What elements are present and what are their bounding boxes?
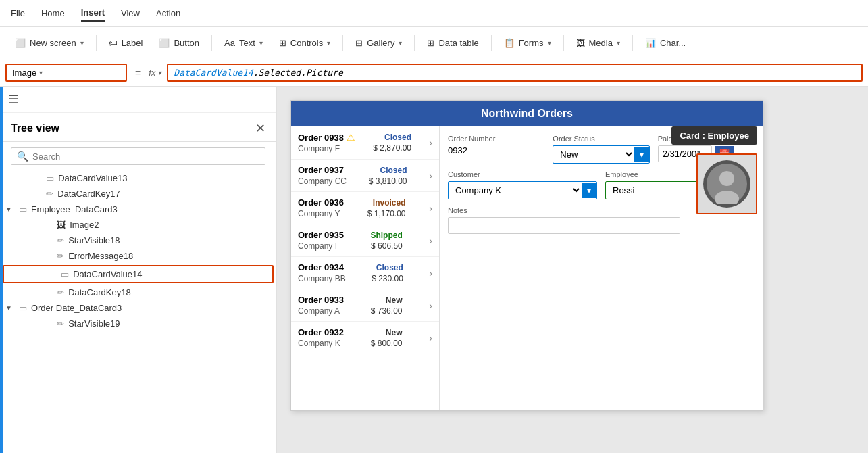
sidebar-header: Tree view ✕ [0,113,276,142]
search-input[interactable] [32,151,259,162]
sep2 [211,35,212,51]
order-item-0934[interactable]: Order 0934 Company BB Closed $ 230.00 › [291,257,439,289]
formula-bar: Image ▾ = fx ▾ DataCardValue14.Selected.… [0,59,868,87]
order-amount-0934: $ 230.00 [372,274,403,283]
tree-item-datacardkey17[interactable]: ✏ DataCardKey17 [0,186,276,201]
order-amount-0938: $ 2,870.00 [373,143,411,153]
tree-item-starvisible18[interactable]: ✏ StarVisible18 [0,233,276,248]
expand-arrow-oddc3: ▼ [5,304,12,312]
order-status-label: Order Status [553,135,649,143]
order-status-0935: Shipped [370,231,402,240]
warn-icon-0938: ⚠ [347,132,355,143]
formula-name-chevron: ▾ [39,69,43,76]
app-title: Northwind Orders [481,108,573,119]
sep3 [342,35,343,51]
order-amount-0936: $ 1,170.00 [367,209,406,218]
chart-button[interactable]: 📊 Char... [638,34,692,52]
formula-input[interactable]: DataCardValue14.Selected.Picture [167,64,863,82]
tree-item-errormessage18[interactable]: ✏ ErrorMessage18 [0,248,276,264]
order-num-0937: Order 0937 [298,165,347,175]
tree-label-dcv14: DataCardValue14 [73,269,142,279]
sep6 [563,35,564,51]
customer-dropdown[interactable]: Company K ▾ [448,181,597,199]
tree-item-datacardvalue13[interactable]: ▭ DataCardValue13 [0,170,276,186]
control-icon-sv19: ✏ [57,318,64,329]
order-item-0936[interactable]: Order 0936 Company Y Invoiced $ 1,170.00… [291,192,439,224]
tree-item-employee-datacard3[interactable]: ▼ ▭ Employee_DataCard3 [0,201,276,217]
close-icon[interactable]: ✕ [255,121,265,136]
controls-button[interactable]: ⊞ Controls ▾ [272,34,337,52]
hamburger-icon[interactable]: ☰ [8,92,19,107]
customer-select[interactable]: Company K [449,182,582,199]
card-icon-oddc3: ▭ [19,303,27,313]
data-table-icon: ⊞ [427,38,434,48]
search-box: 🔍 [11,147,265,165]
menu-file[interactable]: File [11,5,25,21]
forms-button[interactable]: 📋 Forms ▾ [497,34,558,52]
fx-label: fx [149,68,155,78]
order-info-0933: Order 0933 Company A [298,295,344,316]
customer-dropdown-btn[interactable]: ▾ [582,183,596,198]
tree-item-datacardvalue14[interactable]: ▭ DataCardValue14 [3,265,274,283]
label-label: Label [122,38,143,48]
order-status-select[interactable]: New Closed Invoiced Shipped [553,146,634,163]
tree-label-img2: Image2 [70,220,99,230]
order-arrow-0933: › [429,300,432,311]
order-info-0936: Order 0936 Company Y [298,197,344,218]
sep5 [491,35,492,51]
tree-item-orderdate-datacard3[interactable]: ▼ ▭ Order Date_DataCard3 [0,300,276,316]
tooltip-card: Card : Employee [671,126,757,145]
toolbar: ⬜ New screen ▾ 🏷 Label ⬜ Button Aa Text … [0,27,868,59]
notes-input[interactable] [448,217,680,234]
formula-name-dropdown[interactable]: Image ▾ [5,64,127,82]
order-status-dropdown[interactable]: New Closed Invoiced Shipped ▾ [553,145,649,164]
tree-label-sv19: StarVisible19 [68,318,120,329]
order-item-0935[interactable]: Order 0935 Company I Shipped $ 606.50 › [291,224,439,257]
control-icon-dcv14: ▭ [61,269,69,279]
order-company-0936: Company Y [298,209,344,218]
order-item-0938[interactable]: Order 0938 ⚠ Company F Closed $ 2,870.00… [291,126,439,160]
order-status-0933: New [386,295,403,305]
label-button[interactable]: 🏷 Label [102,34,150,52]
order-info-0938: Order 0938 ⚠ Company F [298,132,355,153]
gallery-label: Gallery [367,38,394,48]
new-screen-button[interactable]: ⬜ New screen ▾ [8,34,91,52]
media-label: Media [589,38,613,48]
app-frame: Northwind Orders Order 0938 ⚠ Company F [290,100,763,411]
gallery-icon: ⊞ [355,38,363,48]
app-header: Northwind Orders [291,101,763,126]
expand-placeholder2 [38,190,42,198]
media-button[interactable]: 🖼 Media ▾ [569,34,627,52]
tree-item-image2[interactable]: 🖼 Image2 [0,217,276,233]
expand-placeholder3 [49,221,53,229]
gallery-button[interactable]: ⊞ Gallery ▾ [349,34,409,52]
canvas-area: Northwind Orders Order 0938 ⚠ Company F [277,87,868,453]
tree-label-dck17: DataCardKey17 [57,189,120,199]
employee-avatar [703,160,750,208]
menu-view[interactable]: View [121,5,140,21]
order-status-0937: Closed [380,166,407,175]
tree-label-dcv13: DataCardValue13 [58,173,127,183]
order-company-0932: Company K [298,339,344,348]
media-icon: 🖼 [576,38,585,48]
text-button[interactable]: Aa Text ▾ [218,34,270,52]
expand-placeholder4 [49,237,53,245]
button-button[interactable]: ⬜ Button [152,34,206,52]
tree-item-datacardkey18[interactable]: ✏ DataCardKey18 [0,285,276,300]
menu-insert[interactable]: Insert [81,5,105,22]
fx-chevron: ▾ [158,69,161,76]
order-status-dropdown-btn[interactable]: ▾ [634,147,649,162]
text-icon: Aa [224,38,235,48]
order-item-0933[interactable]: Order 0933 Company A New $ 736.00 › [291,289,439,322]
data-table-button[interactable]: ⊞ Data table [420,34,485,52]
expand-placeholder7 [49,289,53,297]
order-item-0932[interactable]: Order 0932 Company K New $ 800.00 › [291,322,439,354]
tree-content: ▭ DataCardValue13 ✏ DataCardKey17 ▼ ▭ Em… [0,170,276,453]
control-icon-em18: ✏ [57,251,64,261]
order-item-0937[interactable]: Order 0937 Company CC Closed $ 3,810.00 … [291,160,439,192]
menu-home[interactable]: Home [41,5,65,21]
menu-action[interactable]: Action [156,5,180,21]
order-num-0934: Order 0934 [298,262,346,272]
tree-item-starvisible19[interactable]: ✏ StarVisible19 [0,316,276,331]
sep7 [632,35,633,51]
